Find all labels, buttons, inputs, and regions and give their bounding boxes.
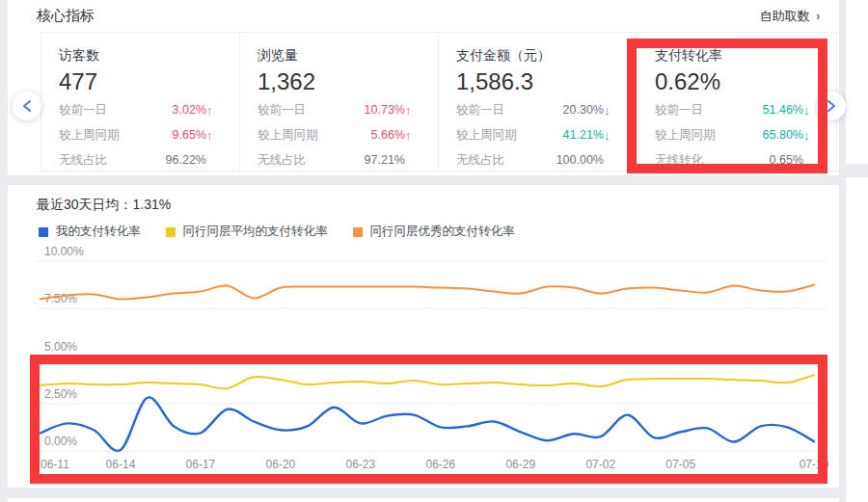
metric-row-label: 无线占比 (59, 152, 107, 169)
metric-card-row: 无线占比97.21% (258, 147, 420, 171)
y-tick-label: 2.50% (44, 387, 77, 401)
panel-gap (846, 164, 868, 177)
metric-row-value: 3.02% (173, 103, 206, 117)
metric-card-2[interactable]: 浏览量1,362较前一日10.73%↑较上周同期5.66%↑无线占比97.21% (240, 33, 439, 171)
metric-card-row: 无线占比96.22% (59, 147, 222, 171)
legend-label: 我的支付转化率 (56, 224, 141, 240)
self-service-data-label: 自助取数 (760, 8, 810, 25)
legend-swatch-icon (39, 227, 48, 237)
metric-row-value: 51.46% (763, 103, 803, 117)
metric-card-title: 浏览量 (258, 45, 420, 65)
metric-card-row: 无线占比100.00% (456, 147, 619, 171)
metric-row-label: 较上周同期 (258, 127, 318, 144)
metric-row-label: 无线转化 (655, 152, 703, 169)
core-metrics-panel: 核心指标 自助取数 › 访客数477较前一日3.02%↑较上周同期9.65%↑无… (8, 0, 839, 175)
x-axis: 06-1106-1406-1706-2006-2306-2606-2907-02… (41, 458, 829, 471)
metric-row-value: 96.22% (166, 153, 206, 167)
y-tick-label: 10.00% (44, 247, 84, 258)
series-line-my-conversion (41, 397, 814, 451)
chevron-right-icon (827, 99, 836, 113)
sycm-dashboard: 核心指标 自助取数 › 访客数477较前一日3.02%↑较上周同期9.65%↑无… (0, 0, 868, 502)
carousel-next-button[interactable] (817, 92, 846, 120)
metric-row-value: 9.65% (173, 128, 206, 142)
metric-cards-grid: 访客数477较前一日3.02%↑较上周同期9.65%↑无线占比96.22%浏览量… (41, 32, 837, 172)
trend-down-icon: ↓ (604, 129, 619, 142)
legend-label: 同行同层优秀的支付转化率 (370, 224, 515, 240)
series-line-peer-excellent (41, 285, 814, 300)
legend-item-peer-average[interactable]: 同行同层平均的支付转化率 (166, 224, 328, 240)
metric-row-label: 较前一日 (655, 102, 703, 119)
legend-item-peer-excellent[interactable]: 同行同层优秀的支付转化率 (353, 224, 515, 240)
metric-card-3[interactable]: 支付金额（元）1,586.3较前一日20.30%↓较上周同期41.21%↓无线占… (439, 33, 637, 171)
metric-card-title: 访客数 (59, 45, 222, 65)
metric-card-row: 较上周同期41.21%↓ (456, 122, 619, 147)
adjacent-panel-column (846, 0, 868, 502)
metric-row-value: 10.73% (365, 103, 405, 117)
metric-row-label: 较前一日 (456, 102, 504, 119)
metric-row-value: 97.21% (365, 153, 405, 167)
x-tick-label: 07-05 (665, 458, 695, 471)
metric-card-row: 较前一日51.46%↓ (655, 97, 819, 122)
metric-row-value: 41.21% (563, 128, 604, 142)
x-tick-label: 06-14 (106, 458, 136, 471)
metric-card-4[interactable]: 支付转化率0.62%较前一日51.46%↓较上周同期65.80%↓无线转化0.6… (637, 33, 836, 171)
trend-down-icon: ↓ (604, 104, 619, 117)
trend-down-icon: ↓ (803, 129, 819, 142)
x-tick-label: 06-20 (266, 458, 296, 471)
metric-card-row: 较前一日3.02%↑ (59, 97, 222, 122)
series-line-peer-average (41, 375, 814, 388)
metric-row-label: 较前一日 (258, 102, 306, 119)
metric-card-title: 支付转化率 (655, 45, 819, 65)
metric-row-label: 较上周同期 (59, 127, 120, 144)
legend-label: 同行同层平均的支付转化率 (183, 224, 328, 240)
metric-row-label: 较上周同期 (456, 127, 517, 144)
metric-card-row: 较前一日10.73%↑ (258, 97, 420, 122)
x-tick-label: 06-23 (346, 458, 376, 471)
x-tick-label: 07-10 (800, 458, 829, 471)
y-tick-label: 0.00% (44, 435, 77, 448)
section-title: 核心指标 (37, 7, 95, 25)
metric-card-value: 0.62% (655, 66, 819, 97)
trend-up-icon: ↑ (206, 129, 222, 142)
metric-row-label: 无线占比 (258, 152, 306, 169)
trend-chart: 10.00%7.50%5.00%2.50%0.00%06-1106-1406-1… (37, 247, 835, 474)
metric-card-value: 1,586.3 (456, 66, 619, 97)
metric-card-value: 1,362 (258, 66, 420, 97)
x-tick-label: 06-26 (425, 458, 455, 471)
chevron-left-icon (22, 99, 32, 113)
metric-row-value: 100.00% (556, 153, 604, 167)
trend-chart-svg: 10.00%7.50%5.00%2.50%0.00%06-1106-1406-1… (37, 247, 835, 474)
metric-row-label: 较上周同期 (655, 127, 716, 144)
legend-swatch-icon (166, 227, 176, 237)
x-tick-label: 07-02 (585, 458, 615, 471)
metric-row-value: 20.30% (563, 103, 604, 117)
self-service-data-link[interactable]: 自助取数 › (760, 8, 820, 25)
metric-card-title: 支付金额（元） (456, 45, 619, 65)
chart-average-label: 最近30天日均：1.31% (37, 197, 171, 214)
y-tick-label: 5.00% (44, 340, 77, 354)
next-panel-top-edge (8, 498, 839, 502)
metric-card-row: 无线转化0.65% (655, 147, 819, 171)
metric-card-row: 较上周同期65.80%↓ (655, 122, 819, 147)
metric-card-row: 较上周同期5.66%↑ (258, 122, 420, 147)
legend-item-my-conversion[interactable]: 我的支付转化率 (39, 224, 141, 240)
x-tick-label: 06-11 (41, 458, 69, 471)
metric-card-1[interactable]: 访客数477较前一日3.02%↑较上周同期9.65%↑无线占比96.22% (41, 33, 240, 171)
metric-card-row: 较前一日20.30%↓ (456, 97, 619, 122)
chart-legend: 我的支付转化率同行同层平均的支付转化率同行同层优秀的支付转化率 (39, 224, 515, 240)
trend-chart-panel: 最近30天日均：1.31% 我的支付转化率同行同层平均的支付转化率同行同层优秀的… (8, 185, 839, 488)
metric-row-label: 无线占比 (456, 152, 504, 169)
trend-up-icon: ↑ (206, 104, 222, 117)
carousel-prev-button[interactable] (13, 92, 41, 120)
metric-card-value: 477 (59, 66, 222, 97)
chevron-right-icon: › (816, 9, 819, 23)
legend-swatch-icon (353, 227, 363, 237)
trend-up-icon: ↑ (405, 129, 420, 142)
metric-row-label: 较前一日 (59, 102, 107, 119)
metric-row-value: 5.66% (371, 128, 405, 142)
x-tick-label: 06-17 (186, 458, 216, 471)
x-tick-label: 06-29 (505, 458, 535, 471)
core-metrics-header: 核心指标 自助取数 › (8, 0, 839, 32)
trend-up-icon: ↑ (405, 104, 420, 117)
metric-row-value: 0.65% (770, 153, 803, 167)
